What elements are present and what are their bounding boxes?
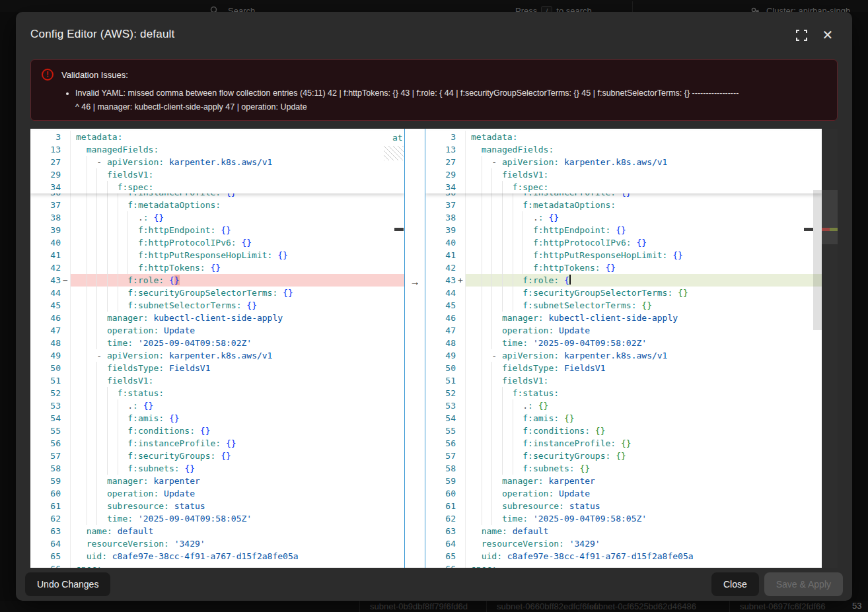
code-line[interactable]: 51 fieldsV1:	[425, 374, 822, 387]
code-line[interactable]: 56 f:instanceProfile: {}	[425, 437, 822, 450]
diff-editor: at 3metadata:13 managedFields:27 - apiVe…	[30, 129, 838, 568]
code-line[interactable]: 50 fieldsType: FieldsV1	[30, 362, 404, 374]
code-line[interactable]: 38 .: {}	[425, 211, 822, 224]
code-line[interactable]: 41 f:httpPutResponseHopLimit: {}	[30, 249, 404, 261]
code-line[interactable]: 66spec:	[30, 562, 404, 568]
code-line[interactable]: 58 f:subnets: {}	[425, 462, 822, 475]
code-line[interactable]: 55 f:conditions: {}	[30, 425, 404, 437]
overview-slider[interactable]	[822, 190, 838, 244]
left-scrollbar-marker[interactable]	[394, 228, 404, 231]
close-modal-button[interactable]: Close	[711, 572, 759, 596]
code-line[interactable]: 55 f:conditions: {}	[425, 425, 822, 437]
code-line[interactable]: 52 f:status:	[30, 387, 404, 399]
modified-editor-pane[interactable]: 3metadata:13 managedFields:27 - apiVersi…	[425, 129, 822, 568]
code-line[interactable]: 46 manager: kubectl-client-side-apply	[425, 312, 822, 324]
code-line[interactable]: 45 f:subnetSelectorTerms: {}	[425, 299, 822, 312]
close-button[interactable]: ✕	[820, 28, 835, 42]
code-line[interactable]: 58 f:subnets: {}	[30, 462, 404, 475]
code-line[interactable]: 62 time: '2025-09-04T09:58:05Z'	[30, 512, 404, 525]
code-line[interactable]: 47 operation: Update	[425, 324, 822, 337]
code-line[interactable]: 43+ f:role: {	[425, 274, 822, 287]
code-line[interactable]: 65 uid: c8afe97e-38cc-4f91-a767-d15f2a8f…	[425, 550, 822, 562]
line-number: 29	[425, 168, 456, 181]
line-number: 46	[425, 312, 456, 324]
code-line[interactable]: 64 resourceVersion: '3429'	[30, 537, 404, 550]
fullscreen-button[interactable]	[794, 28, 809, 42]
code-line[interactable]: 49 - apiVersion: karpenter.k8s.aws/v1	[30, 349, 404, 362]
code-line[interactable]: 65 uid: c8afe97e-38cc-4f91-a767-d15f2a8f…	[30, 550, 404, 562]
code-line[interactable]: 39 f:httpEndpoint: {}	[425, 224, 822, 236]
code-line[interactable]: 38 .: {}	[30, 211, 404, 224]
code-line[interactable]: 46 manager: kubectl-client-side-apply	[30, 312, 404, 324]
code-line[interactable]: 29 fieldsV1:	[30, 168, 404, 181]
code-line[interactable]: 61 subresource: status	[425, 500, 822, 512]
code-line[interactable]: 3metadata:	[425, 131, 822, 143]
line-number: 34	[30, 181, 61, 193]
code-line[interactable]: 63 name: default	[425, 525, 822, 537]
code-line[interactable]: 52 f:status:	[425, 387, 822, 399]
code-line[interactable]: 57 f:securityGroups: {}	[425, 450, 822, 462]
code-line[interactable]: 44 f:securityGroupSelectorTerms: {}	[30, 287, 404, 299]
line-number: 65	[30, 550, 61, 562]
code-line[interactable]: 34 f:spec:	[30, 181, 404, 193]
code-line[interactable]: 42 f:httpTokens: {}	[425, 261, 822, 274]
modal-title: Config Editor (AWS): default	[30, 28, 175, 41]
code-line[interactable]: 37 f:metadataOptions:	[425, 199, 822, 211]
line-number: 59	[30, 475, 61, 487]
apply-change-arrow[interactable]: →	[405, 275, 425, 288]
code-line[interactable]: 41 f:httpPutResponseHopLimit: {}	[425, 249, 822, 261]
code-line[interactable]: 3metadata:	[30, 131, 404, 143]
code-line[interactable]: 42 f:httpTokens: {}	[30, 261, 404, 274]
code-line[interactable]: 54 f:amis: {}	[425, 412, 822, 425]
code-line[interactable]: 53 .: {}	[30, 399, 404, 412]
code-line[interactable]: 61 subresource: status	[30, 500, 404, 512]
code-line[interactable]: 63 name: default	[30, 525, 404, 537]
code-line[interactable]: 56 f:instanceProfile: {}	[30, 437, 404, 450]
code-line[interactable]: 60 operation: Update	[30, 487, 404, 500]
partial-line: 36 f:instanceProfile: {}	[425, 193, 822, 199]
code-line[interactable]: 62 time: '2025-09-04T09:58:05Z'	[425, 512, 822, 525]
code-line[interactable]: 59 manager: karpenter	[425, 475, 822, 487]
code-line[interactable]: 37 f:metadataOptions:	[30, 199, 404, 211]
code-line[interactable]: 57 f:securityGroups: {}	[30, 450, 404, 462]
code-line[interactable]: 40 f:httpProtocolIPv6: {}	[30, 236, 404, 249]
code-line[interactable]: 13 managedFields:	[30, 143, 404, 156]
right-scrollbar[interactable]	[813, 190, 822, 330]
code-line[interactable]: 64 resourceVersion: '3429'	[425, 537, 822, 550]
code-line[interactable]: 59 manager: karpenter	[30, 475, 404, 487]
code-line[interactable]: 34 f:spec:	[425, 181, 822, 193]
code-line[interactable]: 43− f:role: {}	[30, 274, 404, 287]
code-line[interactable]: 44 f:securityGroupSelectorTerms: {}	[425, 287, 822, 299]
original-editor-pane[interactable]: at 3metadata:13 managedFields:27 - apiVe…	[30, 129, 404, 568]
code-line[interactable]: 39 f:httpEndpoint: {}	[30, 224, 404, 236]
code-line[interactable]: 45 f:subnetSelectorTerms: {}	[30, 299, 404, 312]
line-number: 36	[425, 193, 456, 199]
code-line[interactable]: 36 f:instanceProfile: {}	[425, 193, 822, 199]
line-number: 64	[425, 537, 456, 550]
code-line[interactable]: 66spec:	[425, 562, 822, 568]
code-line[interactable]: 51 fieldsV1:	[30, 374, 404, 387]
line-number: 27	[30, 156, 61, 168]
code-line[interactable]: 27 - apiVersion: karpenter.k8s.aws/v1	[425, 156, 822, 168]
line-number: 46	[30, 312, 61, 324]
diff-overview-ruler[interactable]	[822, 129, 838, 568]
code-line[interactable]: 36 f:instanceProfile: {}	[30, 193, 404, 199]
code-line[interactable]: 49 - apiVersion: karpenter.k8s.aws/v1	[425, 349, 822, 362]
line-number: 27	[425, 156, 456, 168]
code-line[interactable]: 53 .: {}	[425, 399, 822, 412]
code-line[interactable]: 40 f:httpProtocolIPv6: {}	[425, 236, 822, 249]
code-line[interactable]: 29 fieldsV1:	[425, 168, 822, 181]
code-line[interactable]: 60 operation: Update	[425, 487, 822, 500]
code-line[interactable]: 54 f:amis: {}	[30, 412, 404, 425]
save-apply-button[interactable]: Save & Apply	[764, 572, 843, 596]
code-line[interactable]: 13 managedFields:	[425, 143, 822, 156]
code-line[interactable]: 50 fieldsType: FieldsV1	[425, 362, 822, 374]
line-number: 49	[30, 349, 61, 362]
code-line[interactable]: 27 - apiVersion: karpenter.k8s.aws/v1	[30, 156, 404, 168]
minimap[interactable]: at	[392, 133, 403, 143]
code-line[interactable]: 48 time: '2025-09-04T09:58:02Z'	[30, 337, 404, 349]
code-line[interactable]: 47 operation: Update	[30, 324, 404, 337]
undo-changes-button[interactable]: Undo Changes	[25, 572, 110, 596]
line-number: 48	[425, 337, 456, 349]
code-line[interactable]: 48 time: '2025-09-04T09:58:02Z'	[425, 337, 822, 349]
